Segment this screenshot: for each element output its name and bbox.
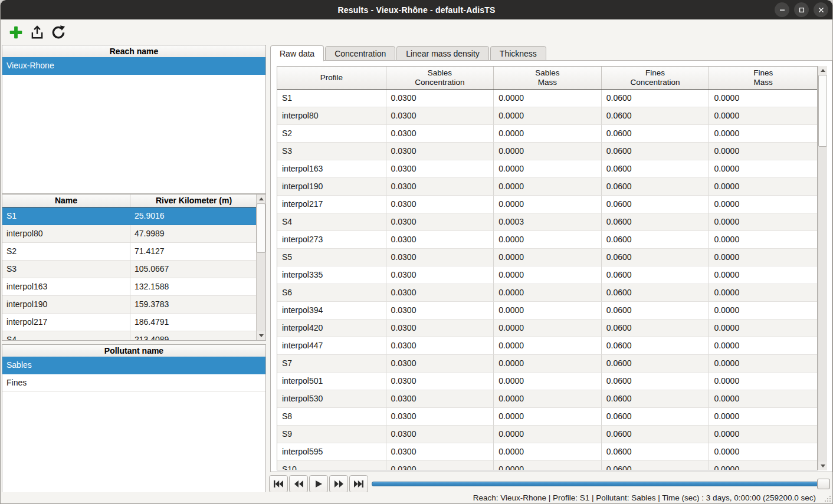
value-cell: 0.0000 <box>709 143 817 160</box>
header-line-2: Mass <box>754 78 773 87</box>
play-button[interactable] <box>309 475 328 493</box>
header-line-1: Fines <box>753 68 773 78</box>
header-line-2: Concentration <box>415 78 464 87</box>
data-table-scrollbar[interactable] <box>818 66 827 470</box>
value-cell: 0.0000 <box>709 319 817 337</box>
table-row[interactable]: S90.03000.00000.06000.0000 <box>277 426 817 443</box>
profile-name-cell: interpol190 <box>2 296 130 314</box>
value-cell: 0.0000 <box>494 443 602 461</box>
value-cell: 0.0000 <box>709 266 817 284</box>
data-column-header: Profile <box>277 67 386 89</box>
table-row[interactable]: S70.03000.00000.06000.0000 <box>277 355 817 373</box>
value-cell: 0.0600 <box>602 355 710 373</box>
window-controls <box>775 2 828 17</box>
table-row[interactable]: interpol5950.03000.00000.06000.0000 <box>277 443 817 461</box>
table-row[interactable]: interpol217186.4791 <box>2 314 257 331</box>
table-row[interactable]: interpol800.03000.00000.06000.0000 <box>277 107 817 125</box>
profile-table[interactable]: NameRiver Kilometer (m) S125.9016interpo… <box>2 194 266 341</box>
skip-to-end-button[interactable] <box>349 475 368 493</box>
minimize-icon <box>778 5 787 15</box>
minimize-button[interactable] <box>775 2 789 17</box>
value-cell: 0.0300 <box>386 107 494 125</box>
scroll-up-button[interactable] <box>257 195 265 203</box>
time-slider-track[interactable] <box>372 482 829 486</box>
tab-thickness[interactable]: Thickness <box>490 46 546 61</box>
time-slider-handle[interactable] <box>817 479 830 489</box>
value-cell: 0.0000 <box>709 337 817 355</box>
data-column-header: SablesMass <box>494 67 602 89</box>
value-cell: 0.0600 <box>602 213 710 231</box>
profile-table-body[interactable]: S125.9016interpol8047.9989S271.4127S3105… <box>2 207 257 341</box>
tab-linear-mass-density[interactable]: Linear mass density <box>396 46 489 61</box>
table-row[interactable]: interpol5300.03000.00000.06000.0000 <box>277 390 817 408</box>
table-row[interactable]: interpol5010.03000.00000.06000.0000 <box>277 373 817 390</box>
table-row[interactable]: interpol163132.1588 <box>2 278 257 296</box>
table-row[interactable]: S271.4127 <box>2 243 257 261</box>
profile-cell: S10 <box>277 461 386 470</box>
profile-cell: interpol163 <box>277 160 386 178</box>
scrollbar-thumb[interactable] <box>818 75 827 147</box>
skip-to-start-button[interactable] <box>269 475 288 493</box>
value-cell: 0.0600 <box>602 125 710 143</box>
profile-name-cell: S2 <box>2 243 130 261</box>
pollutant-list-item[interactable]: Fines <box>2 374 265 392</box>
value-cell: 0.0000 <box>494 461 602 470</box>
river-kilometer-cell: 105.0667 <box>130 261 257 278</box>
step-forward-button[interactable] <box>329 475 348 493</box>
table-row[interactable]: S100.03000.00000.06000.0000 <box>277 461 817 470</box>
value-cell: 0.0000 <box>709 231 817 249</box>
table-row[interactable]: interpol190159.3783 <box>2 296 257 314</box>
resize-grip[interactable] <box>824 495 831 502</box>
reach-list[interactable]: Vieux-Rhone <box>2 57 266 194</box>
close-button[interactable] <box>814 2 828 17</box>
profile-table-scrollbar[interactable] <box>256 195 265 340</box>
table-row[interactable]: S30.03000.00000.06000.0000 <box>277 143 817 160</box>
pollutant-list-item[interactable]: Sables <box>2 357 265 374</box>
table-row[interactable]: interpol1630.03000.00000.06000.0000 <box>277 160 817 178</box>
header-line-1: Sables <box>428 68 452 78</box>
value-cell: 0.0600 <box>602 196 710 213</box>
table-row[interactable]: interpol4470.03000.00000.06000.0000 <box>277 337 817 355</box>
scrollbar-track[interactable] <box>257 203 265 331</box>
header-line-1: Fines <box>645 68 665 78</box>
table-row[interactable]: interpol2730.03000.00000.06000.0000 <box>277 231 817 249</box>
table-row[interactable]: S80.03000.00000.06000.0000 <box>277 408 817 426</box>
step-back-button[interactable] <box>289 475 308 493</box>
table-row[interactable]: S50.03000.00000.06000.0000 <box>277 249 817 266</box>
time-slider[interactable] <box>372 475 830 493</box>
tab-concentration[interactable]: Concentration <box>325 46 395 61</box>
add-button[interactable] <box>6 23 25 42</box>
value-cell: 0.0300 <box>386 426 494 443</box>
pollutant-list-header: Pollutant name <box>2 344 266 357</box>
scroll-down-button[interactable] <box>257 331 265 340</box>
table-row[interactable]: interpol3350.03000.00000.06000.0000 <box>277 266 817 284</box>
table-row[interactable]: interpol3940.03000.00000.06000.0000 <box>277 302 817 319</box>
value-cell: 0.0600 <box>602 426 710 443</box>
table-row[interactable]: S3105.0667 <box>2 261 257 278</box>
scroll-up-button[interactable] <box>818 66 827 75</box>
river-kilometer-cell: 213.4089 <box>130 331 257 341</box>
maximize-button[interactable] <box>794 2 809 17</box>
table-row[interactable]: S4213.4089 <box>2 331 257 341</box>
reload-button[interactable] <box>49 23 68 42</box>
pollutant-list[interactable]: SablesFines <box>2 357 266 494</box>
header-line-1: Sables <box>535 68 559 78</box>
table-row[interactable]: interpol8047.9989 <box>2 225 257 243</box>
table-row[interactable]: interpol4200.03000.00000.06000.0000 <box>277 319 817 337</box>
table-row[interactable]: S40.03000.00030.06000.0000 <box>277 213 817 231</box>
reach-list-item[interactable]: Vieux-Rhone <box>2 57 265 75</box>
scrollbar-thumb[interactable] <box>257 203 265 253</box>
river-kilometer-cell: 47.9989 <box>130 225 257 243</box>
table-row[interactable]: S20.03000.00000.06000.0000 <box>277 125 817 143</box>
data-table[interactable]: ProfileSablesConcentrationSablesMassFine… <box>277 66 818 470</box>
scroll-down-button[interactable] <box>818 462 827 470</box>
table-row[interactable]: interpol1900.03000.00000.06000.0000 <box>277 178 817 196</box>
table-row[interactable]: S10.03000.00000.06000.0000 <box>277 90 817 107</box>
export-button[interactable] <box>28 23 47 42</box>
tab-raw-data[interactable]: Raw data <box>270 45 324 61</box>
data-table-body[interactable]: S10.03000.00000.06000.0000interpol800.03… <box>277 90 817 470</box>
scrollbar-track[interactable] <box>818 75 827 462</box>
table-row[interactable]: interpol2170.03000.00000.06000.0000 <box>277 196 817 213</box>
table-row[interactable]: S60.03000.00000.06000.0000 <box>277 284 817 302</box>
table-row[interactable]: S125.9016 <box>2 207 257 225</box>
